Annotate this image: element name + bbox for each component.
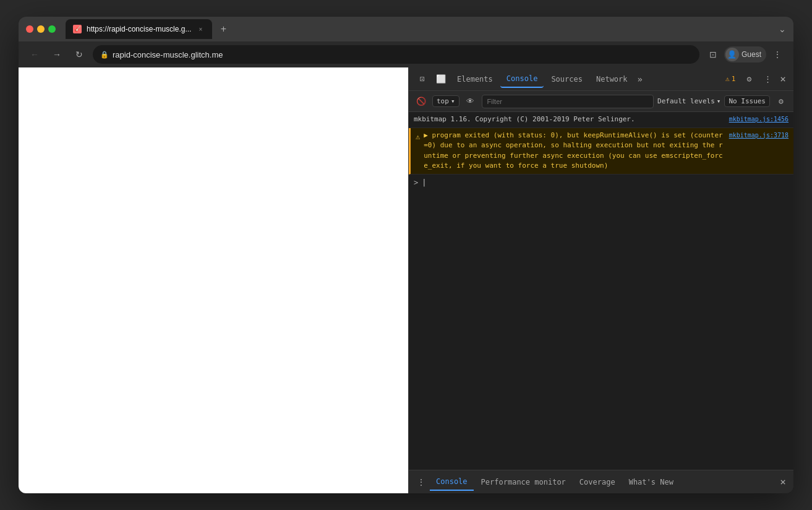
reload-button[interactable]: ↻ [71,46,88,63]
minimize-window-button[interactable] [37,25,45,33]
warning-message-icon: ⚠ [416,131,420,142]
drawer-menu-button[interactable]: ⋮ [414,475,429,490]
log-level-label: Default levels [657,97,715,105]
main-content: ⊡ ⬜ Elements Console Sources Network » ⚠… [19,67,793,493]
address-text: rapid-concise-muscle.glitch.me [113,50,692,59]
tabs-bar: 🎸 https://rapid-concise-muscle.g... × + … [66,19,786,39]
drawer-tab-coverage[interactable]: Coverage [573,473,622,491]
profile-label: Guest [741,50,761,59]
no-issues-badge[interactable]: No Issues [724,95,770,107]
clear-console-button[interactable]: 🚫 [414,94,429,109]
warning-icon: ⚠ [725,75,730,83]
console-message-2-link[interactable]: mkbitmap.js:3718 [729,131,788,140]
select-element-button[interactable]: ⊡ [414,71,431,88]
bookmark-button[interactable]: ⊡ [704,46,722,63]
context-arrow-icon: ▾ [451,97,455,105]
more-tabs-button[interactable]: » [635,74,645,84]
nav-actions: ⊡ 👤 Guest ⋮ [704,46,786,63]
no-issues-text: No Issues [729,97,766,105]
warning-count: 1 [732,75,736,83]
tab-console[interactable]: Console [500,71,544,88]
devtools-bottom-drawer: ⋮ Console Performance monitor Coverage W… [409,470,793,493]
close-window-button[interactable] [26,25,33,33]
console-input-row[interactable]: > | [409,175,793,191]
drawer-close-button[interactable]: × [777,476,788,488]
device-toggle-button[interactable]: ⬜ [432,71,450,88]
console-message-1-link[interactable]: mkbitmap.js:1456 [729,115,788,124]
active-tab[interactable]: 🎸 https://rapid-concise-muscle.g... × [66,19,212,39]
console-settings-button[interactable]: ⚙ [774,94,788,109]
devtools-settings-button[interactable]: ⚙ [740,71,758,88]
log-level-arrow-icon: ▾ [717,97,721,105]
tab-title: https://rapid-concise-muscle.g... [87,25,191,33]
devtools-more-button[interactable]: ⋮ [759,71,776,88]
console-message-2-text: ▶ program exited (with status: 0), but k… [424,131,725,171]
forward-button[interactable]: → [48,46,66,63]
traffic-lights [26,25,56,33]
warning-badge[interactable]: ⚠ 1 [722,74,739,84]
console-message-1: mkbitmap 1.16. Copyright (C) 2001-2019 P… [409,112,793,128]
devtools-close-button[interactable]: × [777,73,788,85]
eye-button[interactable]: 👁 [463,94,478,109]
nav-bar: ← → ↻ 🔒 rapid-concise-muscle.glitch.me ⊡… [19,41,793,67]
devtools-topbar: ⊡ ⬜ Elements Console Sources Network » ⚠… [409,67,793,91]
context-value: top [437,97,449,105]
webpage [19,67,408,493]
devtools-panel: ⊡ ⬜ Elements Console Sources Network » ⚠… [408,67,793,493]
back-button[interactable]: ← [26,46,43,63]
tab-network[interactable]: Network [590,71,634,88]
title-bar: 🎸 https://rapid-concise-muscle.g... × + … [19,17,793,41]
console-cursor: | [422,178,426,187]
console-toolbar: 🚫 top ▾ 👁 Default levels ▾ No Issues ⚙ [409,91,793,112]
filter-input[interactable] [482,95,654,108]
devtools-actions: ⚙ ⋮ × [740,71,788,88]
browser-window: 🎸 https://rapid-concise-muscle.g... × + … [19,17,793,493]
tab-close-button[interactable]: × [196,25,205,33]
profile-button[interactable]: 👤 Guest [724,46,766,63]
console-message-1-text: mkbitmap 1.16. Copyright (C) 2001-2019 P… [414,115,725,125]
context-selector[interactable]: top ▾ [432,95,459,107]
console-prompt: > [414,178,418,187]
console-message-2: ⚠ ▶ program exited (with status: 0), but… [409,128,793,175]
tab-favicon: 🎸 [73,25,82,33]
more-button[interactable]: ⋮ [769,46,786,63]
lock-icon: 🔒 [100,51,109,59]
drawer-tab-console[interactable]: Console [430,473,474,491]
tab-elements[interactable]: Elements [451,71,499,88]
tab-sources[interactable]: Sources [545,71,589,88]
drawer-tab-whats-new[interactable]: What's New [623,473,680,491]
maximize-window-button[interactable] [48,25,56,33]
address-bar[interactable]: 🔒 rapid-concise-muscle.glitch.me [93,45,699,64]
drawer-tab-performance-monitor[interactable]: Performance monitor [475,473,572,491]
console-messages: mkbitmap 1.16. Copyright (C) 2001-2019 P… [409,112,793,470]
tab-list-chevron[interactable]: ⌄ [779,24,786,34]
log-level-selector[interactable]: Default levels ▾ [657,97,720,105]
profile-icon: 👤 [725,48,739,61]
new-tab-button[interactable]: + [215,20,232,38]
